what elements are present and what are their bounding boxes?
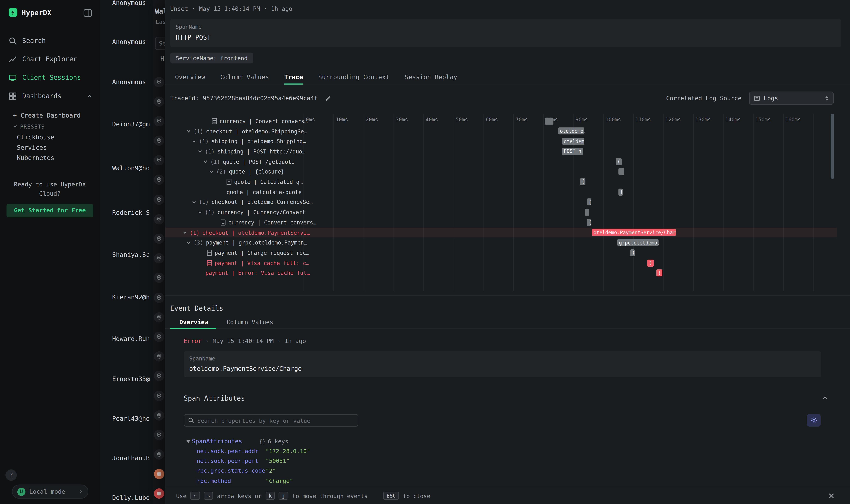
chevron-down-icon[interactable] — [183, 230, 187, 235]
location-pin-icon[interactable] — [154, 273, 164, 283]
trace-row[interactable]: (1)checkout | oteldemo.CurrencySe…( — [165, 197, 839, 207]
sidebar-item-search[interactable]: Search — [0, 31, 100, 50]
location-pin-icon[interactable] — [154, 116, 164, 126]
sidebar-preset-clickhouse[interactable]: Clickhouse — [0, 132, 100, 142]
trace-span-bar[interactable]: ( — [630, 249, 635, 256]
settings-button[interactable] — [807, 414, 821, 427]
attribute-key[interactable]: net.sock.peer.addr — [197, 448, 266, 454]
attr-root-label[interactable]: SpanAttributes — [192, 438, 242, 445]
session-list-item[interactable]: Pearl43@ho — [112, 415, 150, 422]
location-pin-icon[interactable] — [154, 214, 164, 224]
session-list-item[interactable]: Deion37@gm — [112, 120, 150, 128]
event-details-tab-overview[interactable]: Overview — [179, 319, 208, 326]
trace-span-bar[interactable] — [545, 118, 554, 125]
attribute-row[interactable]: rpc.grpc.status_code"2" — [197, 466, 468, 476]
location-pin-icon[interactable] — [154, 234, 164, 244]
trace-row[interactable]: (1)shipping | oteldemo.Shipping…oteldem — [165, 136, 839, 146]
trace-span-bar[interactable]: POST h — [562, 148, 583, 155]
session-list-item[interactable]: Jonathan.B — [112, 454, 150, 462]
trace-row[interactable]: (2)quote | {closure} — [165, 167, 839, 177]
trace-row[interactable]: payment | Error: Visa cache ful…( — [165, 268, 839, 278]
local-mode-pill[interactable]: U Local mode — [12, 485, 88, 499]
location-pin-icon[interactable] — [154, 371, 164, 381]
trace-row[interactable]: currency | Convert convers…( — [165, 217, 839, 228]
trace-row[interactable]: (3)payment | grpc.oteldemo.Paymen…grpc.o… — [165, 238, 839, 248]
location-pin-icon[interactable] — [154, 96, 164, 107]
location-pin-icon[interactable] — [154, 430, 164, 440]
location-pin-icon[interactable] — [154, 351, 164, 361]
chevron-down-icon[interactable] — [186, 129, 191, 133]
sidebar-preset-services[interactable]: Services — [0, 142, 100, 152]
session-list-item[interactable]: Walton9@ho — [112, 164, 150, 172]
trace-span-bar[interactable]: ( — [580, 178, 585, 185]
tab-column-values[interactable]: Column Values — [220, 70, 269, 85]
location-pin-icon[interactable] — [154, 292, 164, 303]
attribute-key[interactable]: net.sock.peer.port — [197, 457, 266, 464]
trace-row[interactable]: quote | Calculated q…( — [165, 177, 839, 187]
session-list-item[interactable]: Shaniya.Sc — [112, 251, 150, 259]
collapse-section-icon[interactable] — [822, 395, 828, 400]
trace-span-bar[interactable]: grpc.oteldemo. — [617, 239, 658, 246]
sidebar-preset-kubernetes[interactable]: Kubernetes — [0, 152, 100, 163]
collapse-sidebar-icon[interactable] — [84, 9, 92, 17]
trace-span-bar[interactable]: ( — [656, 270, 662, 276]
session-list-item[interactable]: Howard.Run — [112, 335, 150, 343]
event-details-tab-column-values[interactable]: Column Values — [227, 319, 273, 326]
help-button[interactable]: ? — [5, 469, 17, 481]
create-dashboard-button[interactable]: + Create Dashboard — [0, 109, 100, 121]
attribute-row[interactable]: net.sock.peer.addr"172.28.0.10" — [197, 446, 468, 456]
chevron-up-icon[interactable] — [87, 93, 92, 98]
session-list-item[interactable]: Kieran92@h — [112, 293, 150, 301]
trace-span-bar[interactable]: ( — [618, 188, 623, 196]
trace-span-bar[interactable]: oteldem — [562, 138, 584, 145]
edit-icon[interactable] — [325, 95, 331, 101]
app-logo[interactable]: HyperDX — [9, 8, 51, 17]
trace-span-bar[interactable]: oteldemo.PaymentService/Char — [592, 229, 676, 236]
attribute-key[interactable]: rpc.grpc.status_code — [197, 468, 266, 474]
location-pin-icon[interactable] — [154, 449, 164, 460]
location-pin-icon[interactable] — [154, 77, 164, 87]
presets-section[interactable]: PRESETS — [0, 121, 100, 132]
trace-row[interactable]: payment | Charge request rec…( — [165, 248, 839, 258]
session-list-item[interactable]: Anonymous — [112, 0, 146, 6]
session-list-item[interactable]: Roderick_S — [112, 209, 150, 216]
attribute-row[interactable]: net.sock.peer.port"50051" — [197, 456, 468, 466]
chevron-down-icon[interactable] — [198, 149, 202, 154]
trace-row[interactable]: (1)checkout | oteldemo.PaymentServi…otel… — [165, 228, 837, 237]
sidebar-item-chart-explorer[interactable]: Chart Explorer — [0, 50, 100, 68]
get-started-button[interactable]: Get Started for Free — [6, 204, 93, 217]
trace-span-bar[interactable]: oteldemo. — [558, 128, 584, 134]
attribute-search-input[interactable] — [197, 417, 354, 424]
session-filter-chip[interactable]: H — [160, 55, 164, 62]
trace-span-bar[interactable]: ( — [647, 259, 654, 266]
tab-trace[interactable]: Trace — [284, 70, 303, 85]
location-pin-icon[interactable] — [154, 312, 164, 322]
alert-event-icon[interactable] — [154, 489, 164, 499]
tab-session-replay[interactable]: Session Replay — [404, 70, 457, 85]
sidebar-item-dashboards[interactable]: Dashboards — [0, 87, 100, 105]
chevron-down-icon[interactable] — [203, 159, 208, 164]
session-list-item[interactable]: Anonymous — [112, 38, 146, 46]
location-pin-icon[interactable] — [154, 175, 164, 185]
attribute-row[interactable]: rpc.method"Charge" — [197, 475, 468, 486]
tab-surrounding-context[interactable]: Surrounding Context — [318, 70, 390, 85]
chevron-down-icon[interactable] — [198, 210, 202, 215]
location-pin-icon[interactable] — [154, 136, 164, 146]
close-icon[interactable] — [828, 493, 835, 499]
alert-event-icon[interactable] — [154, 469, 164, 479]
trace-row[interactable]: (1)currency | Currency/Convert — [165, 207, 839, 217]
session-list-item[interactable]: Dolly.Lubo — [112, 494, 150, 501]
trace-span-bar[interactable] — [585, 209, 589, 216]
trace-row[interactable]: (1)quote | POST /getquote( — [165, 157, 839, 167]
location-pin-icon[interactable] — [154, 155, 164, 165]
trace-span-bar[interactable]: ( — [587, 199, 591, 205]
tab-overview[interactable]: Overview — [175, 70, 205, 85]
trace-span-bar[interactable]: ( — [616, 158, 622, 165]
trace-row[interactable]: payment | Visa cache full: c…( — [165, 258, 839, 268]
sidebar-item-client-sessions[interactable]: Client Sessions — [0, 68, 100, 87]
location-pin-icon[interactable] — [154, 195, 164, 205]
session-list-item[interactable]: Ernesto33@ — [112, 375, 150, 383]
attribute-key[interactable]: rpc.method — [197, 477, 266, 484]
chevron-down-icon[interactable] — [209, 169, 214, 174]
trace-row[interactable]: (1)checkout | oteldemo.ShippingSe…otelde… — [165, 126, 839, 136]
